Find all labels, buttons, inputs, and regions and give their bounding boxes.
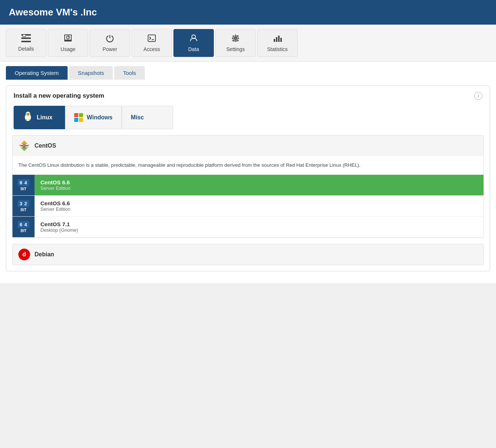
settings-icon <box>231 34 240 44</box>
version-name-centos66-32: CentOS 6.6 <box>40 200 478 206</box>
svg-rect-14 <box>233 40 238 41</box>
svg-point-28 <box>25 119 28 120</box>
nav-item-power[interactable]: Power <box>90 29 130 57</box>
svg-point-26 <box>27 115 29 116</box>
svg-point-25 <box>29 113 29 114</box>
debian-distro-section: d Debian <box>12 244 484 265</box>
os-version-row-centos71-64[interactable]: 6 4 BIT CentOS 7.1 Desktop (Gnome) <box>12 217 484 238</box>
panel-header: Install a new operating system i <box>6 86 490 106</box>
nav-details-label: Details <box>18 46 34 52</box>
panel-title: Install a new operating system <box>14 92 104 100</box>
os-type-linux[interactable]: Linux <box>14 106 65 129</box>
os-type-windows[interactable]: Windows <box>65 106 122 129</box>
bit-badge-64-1: 6 4 BIT <box>12 175 35 195</box>
svg-rect-16 <box>276 37 277 42</box>
version-edition-centos71-64: Desktop (Gnome) <box>40 227 478 233</box>
version-name-centos71-64: CentOS 7.1 <box>40 221 478 227</box>
version-name-centos66-64: CentOS 6.6 <box>40 179 478 185</box>
centos-logo-icon <box>18 140 30 152</box>
os-version-row-centos66-32[interactable]: 3 2 BIT CentOS 6.6 Server Edition <box>12 196 484 217</box>
nav-statistics-label: Statistics <box>267 46 288 52</box>
svg-rect-13 <box>233 38 238 39</box>
svg-rect-12 <box>235 36 238 37</box>
app-title: Awesome VM's .Inc <box>9 7 97 18</box>
version-edition-centos66-32: Server Edition <box>40 206 478 212</box>
os-version-row-centos66-64[interactable]: 6 4 BIT CentOS 6.6 Server Edition <box>12 175 484 196</box>
nav-item-usage[interactable]: Usage <box>48 29 88 57</box>
nav-item-settings[interactable]: Settings <box>215 29 256 57</box>
nav-item-access[interactable]: Access <box>132 29 172 57</box>
statistics-icon <box>273 34 282 44</box>
tab-snapshots[interactable]: Snapshots <box>69 66 113 80</box>
version-edition-centos66-64: Server Edition <box>40 185 478 191</box>
svg-rect-11 <box>233 36 234 37</box>
svg-point-24 <box>27 113 27 114</box>
bit-badge-32: 3 2 BIT <box>12 196 35 216</box>
sub-tab-bar: Operating System Snapshots Tools <box>0 62 496 80</box>
os-type-misc[interactable]: Misc <box>122 106 173 129</box>
power-icon <box>105 34 114 44</box>
svg-rect-1 <box>21 37 31 39</box>
nav-usage-label: Usage <box>61 46 75 52</box>
svg-point-29 <box>28 119 30 120</box>
debian-header: d Debian <box>12 244 484 265</box>
linux-icon <box>23 111 33 124</box>
centos-name: CentOS <box>35 142 56 149</box>
nav-settings-label: Settings <box>226 46 245 52</box>
access-icon <box>147 34 156 44</box>
misc-label: Misc <box>131 114 144 121</box>
nav-power-label: Power <box>103 46 117 52</box>
svg-rect-7 <box>148 35 155 41</box>
svg-rect-3 <box>23 35 26 37</box>
main-navigation: Details Usage Power <box>0 25 496 62</box>
nav-access-label: Access <box>143 46 160 52</box>
content-area: Install a new operating system i <box>0 80 496 283</box>
data-icon <box>189 34 198 44</box>
nav-item-data[interactable]: Data <box>173 29 214 57</box>
details-icon <box>21 34 31 44</box>
usage-icon <box>64 34 72 44</box>
nav-item-statistics[interactable]: Statistics <box>257 29 298 57</box>
svg-rect-17 <box>278 36 280 42</box>
debian-logo-icon: d <box>18 249 30 260</box>
tab-operating-system[interactable]: Operating System <box>6 66 68 80</box>
debian-name: Debian <box>35 251 54 258</box>
centos-header: CentOS <box>12 136 484 156</box>
bit-badge-64-2: 6 4 BIT <box>12 217 35 237</box>
app-header: Awesome VM's .Inc <box>0 0 496 25</box>
svg-rect-2 <box>21 41 31 42</box>
info-icon[interactable]: i <box>474 92 482 100</box>
nav-data-label: Data <box>188 46 199 52</box>
windows-icon <box>74 113 83 122</box>
os-type-selector: Linux Windows Misc <box>6 106 490 135</box>
nav-item-details[interactable]: Details <box>6 29 46 57</box>
centos-distro-section: CentOS The CentOS Linux distribution is … <box>12 135 484 238</box>
tab-tools[interactable]: Tools <box>114 66 145 80</box>
svg-rect-6 <box>64 40 72 41</box>
svg-rect-18 <box>280 38 282 42</box>
linux-label: Linux <box>37 114 53 121</box>
centos-description: The CentOS Linux distribution is a stabl… <box>12 156 484 175</box>
windows-label: Windows <box>87 114 112 121</box>
svg-rect-15 <box>274 39 275 42</box>
install-os-panel: Install a new operating system i <box>6 86 490 271</box>
